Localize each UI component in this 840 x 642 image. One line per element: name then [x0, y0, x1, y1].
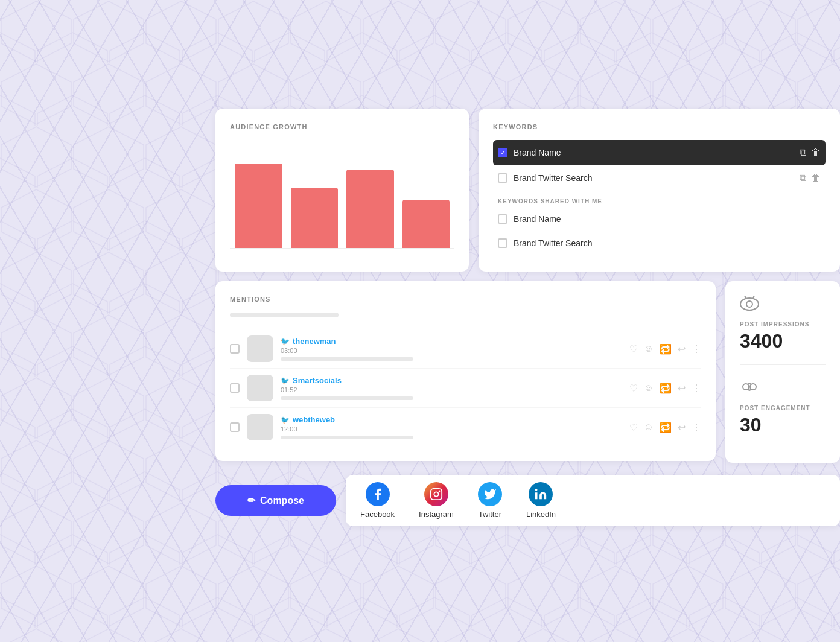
reply-icon-2[interactable]: ↩: [678, 383, 686, 394]
audience-growth-card: AUDIENCE GROWTH: [215, 109, 469, 272]
impressions-value: 3400: [740, 330, 826, 352]
keyword-actions-brand-name: ⧉ 🗑: [800, 147, 821, 158]
post-engagement-block: POST ENGAGEMENT 30: [740, 364, 826, 436]
middle-row: MENTIONS 🐦 thenewman 03:00 ♡ ☺ 🔁: [215, 281, 840, 463]
reply-icon-3[interactable]: ↩: [678, 422, 686, 433]
mentions-card: MENTIONS 🐦 thenewman 03:00 ♡ ☺ 🔁: [215, 281, 716, 461]
mention-user-3: 🐦 webtheweb: [281, 415, 622, 424]
emoji-icon-3[interactable]: ☺: [644, 422, 654, 433]
mentions-title: MENTIONS: [230, 296, 701, 303]
svg-point-11: [434, 492, 438, 496]
svg-point-12: [439, 491, 441, 492]
retweet-icon-3[interactable]: 🔁: [660, 422, 672, 433]
mention-item-1: 🐦 thenewman 03:00 ♡ ☺ 🔁 ↩ ⋮: [230, 329, 701, 369]
mention-user-1: 🐦 thenewman: [281, 337, 622, 346]
social-item-instagram[interactable]: Instagram: [419, 482, 454, 519]
mention-checkbox-3[interactable]: [230, 422, 240, 432]
shared-keyword-checkbox-brand-twitter[interactable]: [498, 238, 508, 248]
keyword-label-brand-twitter: Brand Twitter Search: [514, 173, 794, 183]
mention-time-3: 12:00: [281, 425, 622, 433]
facebook-icon: [366, 482, 390, 506]
mention-actions-1: ♡ ☺ 🔁 ↩ ⋮: [629, 343, 701, 355]
bar-3: [346, 170, 394, 248]
bar-1: [235, 164, 282, 248]
heart-icon-3[interactable]: ♡: [629, 422, 638, 433]
heart-icon-1[interactable]: ♡: [629, 343, 638, 355]
shared-keywords-title: KEYWORDS SHARED WITH ME: [498, 198, 821, 205]
mention-avatar-2: [247, 375, 273, 401]
engagement-icon: [740, 377, 826, 400]
compose-button[interactable]: ✏ Compose: [215, 485, 336, 516]
mention-avatar-1: [247, 335, 273, 362]
svg-point-8: [743, 384, 749, 390]
shared-keyword-checkbox-brand-name[interactable]: [498, 214, 508, 224]
svg-rect-10: [431, 489, 442, 500]
mention-actions-3: ♡ ☺ 🔁 ↩ ⋮: [629, 422, 701, 433]
reply-icon-1[interactable]: ↩: [678, 343, 686, 355]
svg-line-6: [745, 296, 746, 298]
keyword-checkbox-brand-twitter[interactable]: [498, 173, 508, 183]
mention-actions-2: ♡ ☺ 🔁 ↩ ⋮: [629, 383, 701, 394]
mention-info-2: 🐦 Smartsocials 01:52: [281, 376, 622, 400]
shared-keyword-row-brand-name[interactable]: Brand Name: [493, 207, 826, 231]
mention-time-2: 01:52: [281, 386, 622, 393]
audience-growth-title: AUDIENCE GROWTH: [230, 123, 454, 130]
mention-time-1: 03:00: [281, 347, 622, 354]
bar-4: [402, 200, 450, 248]
shared-keyword-row-brand-twitter[interactable]: Brand Twitter Search: [493, 231, 826, 255]
delete-icon-2[interactable]: 🗑: [811, 173, 821, 183]
twitter-icon: [478, 482, 502, 506]
post-impressions-block: POST IMPRESSIONS 3400: [740, 296, 826, 352]
keyword-actions-brand-twitter: ⧉ 🗑: [800, 173, 821, 183]
social-item-linkedin[interactable]: LinkedIn: [526, 482, 556, 519]
keywords-card: KEYWORDS Brand Name ⧉ 🗑 Brand Twitter Se…: [479, 109, 840, 272]
mention-checkbox-1[interactable]: [230, 344, 240, 354]
stats-card: POST IMPRESSIONS 3400 POST ENGAGEMENT 30: [725, 281, 840, 463]
svg-point-9: [750, 384, 756, 390]
social-bar: Facebook Instagram Twitter LinkedIn: [346, 475, 840, 526]
emoji-icon-2[interactable]: ☺: [644, 383, 654, 393]
twitter-label: Twitter: [479, 510, 501, 519]
impressions-label: POST IMPRESSIONS: [740, 321, 826, 328]
keyword-checkbox-brand-name[interactable]: [498, 148, 508, 157]
keyword-row-brand-twitter[interactable]: Brand Twitter Search ⧉ 🗑: [493, 165, 826, 191]
twitter-icon-2: 🐦: [281, 377, 290, 385]
top-row: AUDIENCE GROWTH KEYWORDS Brand Name ⧉ 🗑: [215, 109, 840, 272]
svg-line-7: [753, 296, 754, 298]
mention-user-2: 🐦 Smartsocials: [281, 376, 622, 385]
copy-icon-2[interactable]: ⧉: [800, 173, 806, 183]
delete-icon[interactable]: 🗑: [811, 147, 821, 158]
more-icon-3[interactable]: ⋮: [692, 422, 701, 433]
retweet-icon-1[interactable]: 🔁: [660, 343, 672, 355]
twitter-icon-1: 🐦: [281, 337, 290, 346]
shared-keyword-label-brand-name: Brand Name: [514, 214, 821, 224]
svg-point-5: [746, 301, 752, 307]
mention-info-1: 🐦 thenewman 03:00: [281, 337, 622, 361]
heart-icon-2[interactable]: ♡: [629, 383, 638, 394]
social-item-twitter[interactable]: Twitter: [478, 482, 502, 519]
mention-item-2: 🐦 Smartsocials 01:52 ♡ ☺ 🔁 ↩ ⋮: [230, 369, 701, 408]
mention-item-3: 🐦 webtheweb 12:00 ♡ ☺ 🔁 ↩ ⋮: [230, 408, 701, 447]
mention-text-2: [281, 396, 413, 400]
retweet-icon-2[interactable]: 🔁: [660, 383, 672, 394]
mention-avatar-3: [247, 414, 273, 440]
shared-keyword-label-brand-twitter: Brand Twitter Search: [514, 238, 821, 248]
engagement-value: 30: [740, 414, 826, 436]
more-icon-1[interactable]: ⋮: [692, 343, 701, 355]
social-item-facebook[interactable]: Facebook: [360, 482, 395, 519]
compose-icon: ✏: [247, 495, 255, 506]
main-content: AUDIENCE GROWTH KEYWORDS Brand Name ⧉ 🗑: [215, 109, 840, 642]
copy-icon[interactable]: ⧉: [800, 147, 806, 158]
mention-checkbox-2[interactable]: [230, 383, 240, 393]
instagram-icon: [424, 482, 448, 506]
mentions-search-bar[interactable]: [230, 313, 339, 317]
emoji-icon-1[interactable]: ☺: [644, 343, 654, 354]
keywords-title: KEYWORDS: [493, 123, 826, 130]
more-icon-2[interactable]: ⋮: [692, 383, 701, 394]
keyword-row-brand-name-active[interactable]: Brand Name ⧉ 🗑: [493, 140, 826, 165]
instagram-label: Instagram: [419, 510, 454, 519]
impressions-icon: [740, 296, 826, 316]
keyword-label-brand-name: Brand Name: [514, 148, 794, 157]
svg-point-4: [740, 298, 759, 310]
linkedin-label: LinkedIn: [526, 510, 556, 519]
